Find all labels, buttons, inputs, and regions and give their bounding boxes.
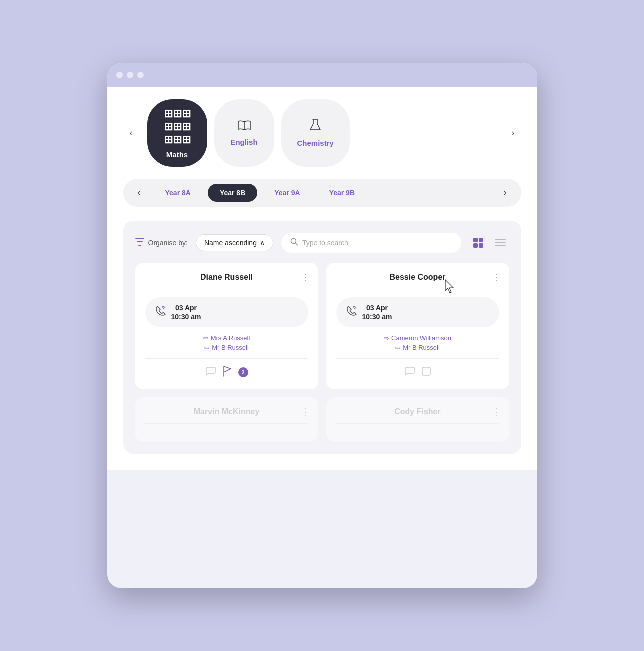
- filter-icon: [135, 238, 144, 248]
- card-footer-bessie: [336, 366, 499, 379]
- organise-label: Organise by:: [148, 239, 188, 247]
- guardians-diane: ⇨ Mrs A Russell ⇨ Mr B Russell: [145, 334, 308, 359]
- guardian-arrow-icon-3: ⇨: [384, 334, 389, 342]
- flag-icon-diane[interactable]: [222, 366, 232, 379]
- subjects-prev-arrow[interactable]: ‹: [123, 125, 139, 141]
- subject-tab-chemistry[interactable]: Chemistry: [281, 99, 350, 167]
- card-header-cody: Cody Fisher ⋮: [336, 407, 499, 424]
- students-grid: Diane Russell ⋮ 03 Apr 10:30 am: [135, 263, 509, 442]
- sort-value: Name ascending: [204, 239, 257, 247]
- card-menu-diane[interactable]: ⋮: [301, 272, 310, 283]
- years-row: ‹ Year 8A Year 8B Year 9A Year 9B ›: [123, 179, 521, 207]
- subjects-row: ‹ ⊞⊞⊞⊞⊞⊞⊞⊞⊞ Maths English: [123, 99, 521, 167]
- card-header-marvin: Marvin McKinney ⋮: [145, 407, 308, 424]
- svg-rect-5: [479, 238, 483, 242]
- appt-text-diane: 03 Apr 10:30 am: [171, 303, 201, 321]
- student-name-marvin: Marvin McKinney: [145, 407, 308, 416]
- titlebar: [107, 63, 537, 87]
- appointment-diane: 03 Apr 10:30 am: [145, 297, 308, 327]
- sort-caret: ∧: [260, 239, 265, 247]
- svg-line-3: [295, 243, 298, 245]
- english-label: English: [230, 138, 257, 146]
- svg-rect-7: [479, 243, 483, 248]
- flag-badge-diane: 2: [238, 367, 248, 377]
- toolbar: Organise by: Name ascending ∧ Type to se…: [135, 233, 509, 253]
- svg-rect-6: [473, 243, 478, 248]
- guardian-bessie-1[interactable]: ⇨ Cameron Williamson: [384, 334, 451, 342]
- search-box[interactable]: Type to search: [281, 233, 461, 253]
- maths-label: Maths: [166, 150, 188, 159]
- guardian-diane-2[interactable]: ⇨ Mr B Russell: [204, 344, 249, 351]
- year-tab-8a[interactable]: Year 8A: [153, 184, 203, 202]
- sort-dropdown[interactable]: Name ascending ∧: [196, 234, 273, 251]
- subjects-next-arrow[interactable]: ›: [505, 125, 521, 141]
- main-content: ‹ ⊞⊞⊞⊞⊞⊞⊞⊞⊞ Maths English: [107, 87, 537, 470]
- card-header-diane: Diane Russell ⋮: [145, 273, 308, 289]
- subject-tabs: ⊞⊞⊞⊞⊞⊞⊞⊞⊞ Maths English: [147, 99, 497, 167]
- comment-icon-diane[interactable]: [205, 366, 216, 379]
- call-icon-bessie: [346, 305, 357, 319]
- view-icons: [469, 234, 509, 252]
- student-card-marvin: Marvin McKinney ⋮: [135, 397, 318, 442]
- search-placeholder: Type to search: [302, 239, 348, 247]
- card-menu-cody[interactable]: ⋮: [492, 406, 501, 417]
- call-icon-diane: [155, 305, 166, 319]
- student-name-bessie: Bessie Cooper: [336, 273, 499, 282]
- appt-text-bessie: 03 Apr 10:30 am: [362, 303, 392, 321]
- year-tabs: Year 8A Year 8B Year 9A Year 9B: [153, 184, 491, 202]
- student-name-diane: Diane Russell: [145, 273, 308, 282]
- svg-rect-4: [473, 238, 478, 242]
- english-icon: [237, 120, 251, 134]
- card-menu-marvin[interactable]: ⋮: [301, 406, 310, 417]
- comment-icon-bessie[interactable]: [404, 366, 415, 379]
- guardians-bessie: ⇨ Cameron Williamson ⇨ Mr B Russell: [336, 334, 499, 359]
- search-icon: [290, 238, 298, 248]
- guardian-diane-1[interactable]: ⇨ Mrs A Russell: [203, 334, 250, 342]
- svg-rect-11: [422, 367, 430, 375]
- years-prev-arrow[interactable]: ‹: [131, 185, 147, 201]
- main-panel: Organise by: Name ascending ∧ Type to se…: [123, 221, 521, 454]
- guardian-arrow-icon: ⇨: [203, 334, 209, 342]
- chemistry-label: Chemistry: [297, 139, 334, 147]
- organise-by-section: Organise by:: [135, 238, 188, 248]
- student-card-bessie: Bessie Cooper ⋮ 03 Apr 10:30 am: [326, 263, 509, 389]
- subject-tab-english[interactable]: English: [214, 99, 274, 167]
- guardian-bessie-2[interactable]: ⇨ Mr B Russell: [395, 344, 440, 351]
- chemistry-icon: [309, 119, 321, 135]
- year-tab-9a[interactable]: Year 9A: [262, 184, 312, 202]
- titlebar-dot-3: [137, 72, 144, 78]
- card-header-bessie: Bessie Cooper ⋮: [336, 273, 499, 289]
- year-tab-8b[interactable]: Year 8B: [208, 184, 257, 202]
- list-view-button[interactable]: [491, 234, 509, 252]
- app-window: ‹ ⊞⊞⊞⊞⊞⊞⊞⊞⊞ Maths English: [107, 63, 537, 588]
- titlebar-dot-1: [116, 72, 123, 78]
- card-footer-diane: 2: [145, 366, 308, 379]
- titlebar-dot-2: [127, 72, 133, 78]
- maths-icon: ⊞⊞⊞⊞⊞⊞⊞⊞⊞: [164, 107, 191, 146]
- student-card-diane: Diane Russell ⋮ 03 Apr 10:30 am: [135, 263, 318, 389]
- grid-view-button[interactable]: [469, 234, 487, 252]
- student-name-cody: Cody Fisher: [336, 407, 499, 416]
- guardian-arrow-icon-2: ⇨: [204, 344, 210, 351]
- card-menu-bessie[interactable]: ⋮: [492, 272, 501, 283]
- subject-tab-maths[interactable]: ⊞⊞⊞⊞⊞⊞⊞⊞⊞ Maths: [147, 99, 207, 167]
- appointment-bessie: 03 Apr 10:30 am: [336, 297, 499, 327]
- guardian-arrow-icon-4: ⇨: [395, 344, 401, 351]
- years-next-arrow[interactable]: ›: [497, 185, 513, 201]
- flag-icon-bessie[interactable]: [421, 366, 431, 379]
- student-card-cody: Cody Fisher ⋮: [326, 397, 509, 442]
- year-tab-9b[interactable]: Year 9B: [317, 184, 367, 202]
